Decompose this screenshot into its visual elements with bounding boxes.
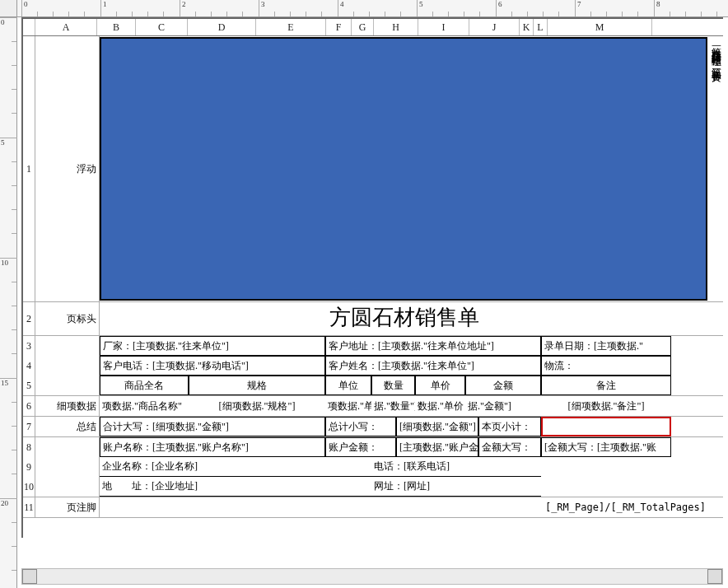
det-spec[interactable]: [细项数据."规格"] [189, 396, 325, 416]
row-label-5: 5 [23, 376, 35, 395]
col-header-B[interactable]: B [97, 19, 136, 35]
float-label: 浮动 [35, 36, 100, 301]
amt-upper-label[interactable]: 金额大写： [478, 437, 541, 457]
cell-entry-date[interactable]: 录单日期：[主项数据." [541, 336, 671, 356]
row-label-10: 10 [23, 477, 35, 497]
col-header-A[interactable]: A [35, 19, 97, 35]
amt-upper-val[interactable]: [金额大写：[主项数据."账 [541, 437, 671, 457]
company-name[interactable]: 企业名称：[企业名称] [100, 457, 371, 477]
company-addr[interactable]: 地 址：[企业地址] [100, 477, 371, 497]
hdr-remark[interactable]: 备注 [541, 376, 671, 395]
float-region[interactable] [100, 37, 707, 301]
hdr-unit[interactable]: 单位 [325, 376, 371, 395]
sum-lower-val[interactable]: [细项数据."金额"] [396, 417, 478, 436]
scroll-left-icon[interactable] [22, 569, 37, 584]
col-header-D[interactable]: D [188, 19, 256, 35]
col-header-C[interactable]: C [136, 19, 188, 35]
det-qty[interactable]: 据."数量"] [371, 396, 415, 416]
page-counter[interactable]: [_RM_Page]/[_RM_TotalPages] [527, 497, 708, 517]
row-label-11: 11 [23, 497, 35, 517]
ruler-corner [0, 0, 17, 17]
cell-vendor[interactable]: 厂家：[主项数据."往来单位"] [100, 336, 325, 356]
det-unit[interactable]: 项数据."单 [325, 396, 371, 416]
det-remark[interactable]: [细项数据."备注"] [541, 396, 671, 416]
report-title: 方圆石材销售单 [100, 302, 708, 335]
cell-cust-addr[interactable]: 客户地址：[主项数据."往来单位地址"] [325, 336, 541, 356]
col-header-G[interactable]: G [352, 19, 374, 35]
cell-cust-phone[interactable]: 客户电话：[主项数据."移动电话"] [100, 356, 325, 376]
col-header-L[interactable]: L [534, 19, 548, 35]
col-header-J[interactable]: J [469, 19, 520, 35]
section-sum: 总结 [35, 417, 100, 436]
company-web[interactable]: 网址：[网址] [371, 477, 541, 497]
row-label-1: 1 [23, 36, 35, 301]
column-headers: ABCDEFGHIJKLM [23, 19, 723, 36]
hdr-qty[interactable]: 数量 [371, 376, 415, 395]
page-subtotal-label[interactable]: 本页小计： [478, 417, 541, 436]
acct-name[interactable]: 账户名称：[主项数据."账户名称"] [100, 437, 325, 457]
sum-lower-label[interactable]: 总计小写： [325, 417, 396, 436]
col-header-row[interactable] [23, 19, 35, 35]
det-product[interactable]: 项数据."商品名称" [100, 396, 189, 416]
cell-cust-name[interactable]: 客户姓名：[主项数据."往来单位"] [325, 356, 541, 376]
col-header-H[interactable]: H [374, 19, 418, 35]
col-header-I[interactable]: I [418, 19, 469, 35]
row-label-8: 8 [23, 437, 35, 457]
scroll-right-icon[interactable] [707, 569, 722, 584]
row-label-9: 9 [23, 457, 35, 477]
company-tel[interactable]: 电话：[联系电话] [371, 457, 541, 477]
row-label-3: 3 [23, 336, 35, 356]
col-header-E[interactable]: E [256, 19, 326, 35]
row-label-4: 4 [23, 356, 35, 376]
section-page-foot: 页注脚 [35, 497, 100, 517]
hdr-price[interactable]: 单价 [415, 376, 465, 395]
row-label-2: 2 [23, 302, 35, 335]
hdr-amount[interactable]: 金额 [465, 376, 541, 395]
ruler-vertical: 05101520 [0, 0, 17, 588]
col-header-K[interactable]: K [520, 19, 534, 35]
acct-amt-label[interactable]: 账户金额： [325, 437, 396, 457]
row-label-7: 7 [23, 417, 35, 436]
page-subtotal-val[interactable] [541, 417, 671, 436]
hdr-product[interactable]: 商品全名 [100, 376, 189, 395]
duplicate-copies-label: 第一联存联白第二联结帐红 第三联客户黄 [708, 36, 723, 301]
section-detail: 细项数据 [35, 396, 100, 416]
horizontal-scrollbar[interactable] [21, 568, 723, 585]
cell-logistics[interactable]: 物流： [541, 356, 671, 376]
det-price[interactable]: 数据."单价 [415, 396, 465, 416]
hdr-spec[interactable]: 规格 [189, 376, 325, 395]
col-header-M[interactable]: M [548, 19, 652, 35]
row-label-6: 6 [23, 396, 35, 416]
section-page-head: 页标头 [35, 302, 100, 335]
design-sheet[interactable]: ABCDEFGHIJKLM 1 浮动 第一联存联白第二联结帐红 第三联客户黄 2… [21, 17, 723, 538]
det-amount[interactable]: 据."金额"] [465, 396, 541, 416]
ruler-horizontal: 012345678 [0, 0, 728, 17]
col-header-F[interactable]: F [326, 19, 352, 35]
acct-amt-val[interactable]: [主项数据."账户金额 [396, 437, 478, 457]
sum-upper[interactable]: 合计大写：[细项数据."金额"] [100, 417, 325, 436]
